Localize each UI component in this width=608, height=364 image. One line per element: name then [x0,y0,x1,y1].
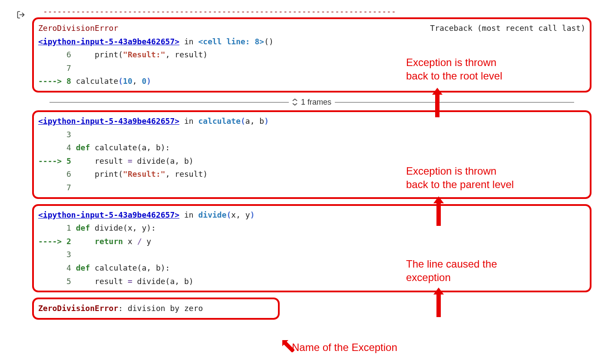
traceback-word: Traceback [430,22,473,35]
code-line: 3 [38,128,585,142]
separator-line [50,102,289,103]
frame-file-link[interactable]: <ipython-input-5-43a9be462657> [38,37,179,46]
arrow-icon [433,287,445,317]
exception-summary: ZeroDivisionError: division by zero [32,298,280,320]
exception-class: ZeroDivisionError [38,22,118,35]
arrow-icon [431,87,443,117]
code-line: 4 def calculate(a, b): [38,261,585,275]
frames-count: 1 frames [301,98,331,107]
code-line: 1 def divide(x, y): [38,222,585,235]
frame-root: ZeroDivisionError Traceback (most recent… [32,17,591,93]
code-line: 7 [38,62,585,75]
code-current-line: ----> 8 calculate(10, 0) [38,75,585,88]
annotation-exception-name: Name of the Exception [292,341,397,354]
annotation-exception-line: The line caused the exception [406,257,497,284]
arrow-icon [433,195,445,226]
arrow-icon [281,339,294,354]
frame-divide: <ipython-input-5-43a9be462657> in divide… [32,204,591,293]
frames-separator: 1 frames [50,98,574,107]
frames-toggle[interactable]: 1 frames [289,98,335,107]
separator-line [335,102,574,103]
traceback-recent: (most recent call last) [473,22,585,35]
frame-file-link[interactable]: <ipython-input-5-43a9be462657> [38,210,179,219]
frame-location: <ipython-input-5-43a9be462657> in divide… [38,208,585,222]
code-line: 3 [38,248,585,261]
separator-dashes: ----------------------------------------… [43,7,595,16]
code-line: 5 result = divide(a, b) [38,275,585,288]
code-current-line: ----> 2 return x / y [38,235,585,248]
output-gutter-icon [17,10,24,18]
code-line: 4 def calculate(a, b): [38,141,585,155]
traceback-header: ZeroDivisionError Traceback (most recent… [38,22,585,35]
frame-location: <ipython-input-5-43a9be462657> in <cell … [38,35,585,49]
frame-location: <ipython-input-5-43a9be462657> in calcul… [38,115,585,128]
frame-file-link[interactable]: <ipython-input-5-43a9be462657> [38,116,179,126]
annotation-root-level: Exception is thrown back to the root lev… [406,56,502,83]
exception-message: ZeroDivisionError: division by zero [38,302,274,315]
traceback-output: ----------------------------------------… [0,0,608,331]
code-line: 6 print("Result:", result) [38,48,585,62]
collapse-icon [292,99,297,106]
annotation-parent-level: Exception is thrown back to the parent l… [406,164,514,191]
